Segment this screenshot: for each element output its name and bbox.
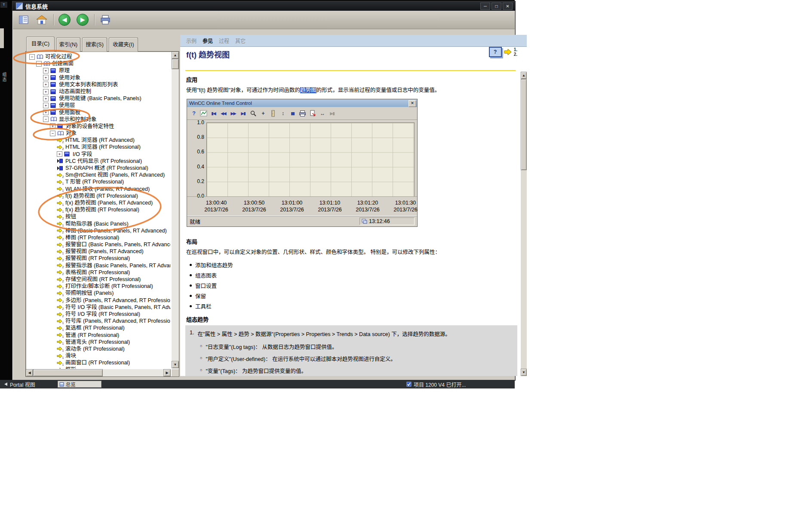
tree-item[interactable]: +原理 bbox=[26, 67, 170, 74]
expander-icon[interactable]: + bbox=[43, 96, 49, 101]
trend-config-icon[interactable] bbox=[199, 109, 209, 118]
tree-item[interactable]: −创建画面 bbox=[26, 60, 170, 67]
tree-item[interactable]: 1框形 bbox=[26, 366, 170, 369]
tree-item[interactable]: 2报警指示器 (Basic Panels, Panels, RT Advance… bbox=[26, 262, 170, 269]
expander-icon[interactable]: − bbox=[43, 116, 49, 122]
contents-button[interactable] bbox=[16, 13, 31, 27]
tree-item[interactable]: 1画面窗口 (RT Professional) bbox=[26, 359, 170, 366]
tree-vscroll-thumb[interactable] bbox=[172, 59, 179, 69]
tree-item[interactable]: 2报警视图 (RT Professional) bbox=[26, 255, 170, 262]
tree-hscrollbar[interactable]: ◀ ▶ bbox=[26, 369, 171, 376]
tree-item[interactable]: 1f(x) 趋势视图 (RT Professional) bbox=[26, 206, 170, 213]
tree-item[interactable]: +使用面板 bbox=[26, 109, 170, 116]
tree-item[interactable]: −显示和控制对象 bbox=[26, 116, 170, 123]
rewind-icon[interactable]: ◀◀ bbox=[218, 109, 228, 118]
tree-item[interactable]: −可视化过程 bbox=[26, 53, 170, 60]
tree-item[interactable]: −对象 bbox=[26, 130, 170, 137]
taskbar-item-overview[interactable]: 总览 bbox=[58, 381, 101, 388]
back-button[interactable]: ◀ bbox=[57, 13, 72, 27]
tree-item[interactable]: 1带照明按钮 (Panels) bbox=[26, 290, 170, 297]
tree-item[interactable]: 1报警窗口 (Basic Panels, Panels, RT Advanced… bbox=[26, 241, 170, 248]
tree-item[interactable]: S7-GRAPH 概述 (RT Professional) bbox=[26, 165, 170, 171]
scroll-up-icon[interactable]: ▲ bbox=[172, 52, 179, 59]
maximize-button[interactable]: □ bbox=[492, 3, 501, 10]
expander-icon[interactable]: + bbox=[43, 89, 49, 95]
tree-item[interactable]: 2符号 I/O 字段 (Basic Panels, Panels, RT Adv… bbox=[26, 304, 170, 311]
expander-icon[interactable]: + bbox=[43, 68, 49, 73]
tree-item[interactable]: 1WLAN 接收 (Panels, RT Advanced) bbox=[26, 186, 170, 193]
expander-icon[interactable]: + bbox=[57, 151, 62, 157]
sidebar-tab-1[interactable]: 目录(C) bbox=[26, 37, 55, 52]
export-icon[interactable] bbox=[307, 109, 317, 118]
tree-item[interactable]: 1滑块 bbox=[26, 352, 170, 359]
tree-item[interactable]: 2HTML 浏览器 (RT Professional) bbox=[26, 144, 170, 150]
tree-item[interactable]: 2f(t) 趋势视图 (RT Professional) bbox=[26, 193, 170, 199]
sidebar-tab-2[interactable]: 索引(N) bbox=[56, 37, 80, 52]
scroll-down-icon[interactable]: ▼ bbox=[172, 361, 179, 368]
print-icon[interactable] bbox=[298, 109, 307, 118]
expander-icon[interactable]: − bbox=[50, 131, 55, 136]
topic-menu-2[interactable]: 参见 bbox=[203, 37, 213, 44]
tree-item[interactable]: 1复选框 (RT Professional) bbox=[26, 324, 170, 331]
tree-item[interactable]: +使用功能键 (Basic Panels, Panels) bbox=[26, 95, 170, 102]
sidebar-tab-3[interactable]: 搜索(S) bbox=[82, 37, 107, 52]
scroll-down-icon[interactable]: ▼ bbox=[521, 369, 527, 376]
title-bar[interactable]: 信息系统 ─□✕ bbox=[12, 1, 515, 11]
expander-icon[interactable]: + bbox=[43, 103, 49, 108]
portal-view-button[interactable]: Portal 视图 bbox=[3, 381, 35, 388]
tree-vscrollbar[interactable]: ▲ ▼ bbox=[172, 52, 179, 368]
tree-item[interactable]: 2表格视图 (RT Professional) bbox=[26, 269, 170, 276]
expander-icon[interactable]: − bbox=[36, 61, 42, 67]
time-range-icon[interactable]: ↔ bbox=[317, 109, 327, 118]
tree-item[interactable]: 1符号库 (Panels, RT Advanced, RT Profession… bbox=[26, 318, 170, 324]
tree-item[interactable]: PLC 代码显示 (RT Professional) bbox=[26, 158, 170, 165]
help-window-icon[interactable]: ? bbox=[489, 47, 502, 57]
tree-item[interactable]: +使用文本列表和图形列表 bbox=[26, 81, 170, 88]
tree-hscroll-thumb[interactable] bbox=[33, 369, 103, 376]
print-button[interactable] bbox=[98, 13, 113, 27]
expander-icon[interactable]: + bbox=[43, 82, 49, 87]
first-record-icon[interactable]: ▮◀ bbox=[209, 109, 218, 118]
pan-icon[interactable]: + bbox=[258, 109, 268, 118]
tree-item[interactable]: 1滚动条 (RT Professional) bbox=[26, 345, 170, 352]
last-record-icon[interactable]: ▶▮ bbox=[238, 109, 248, 118]
forward-button[interactable]: ▶ bbox=[75, 13, 90, 27]
forward-icon[interactable]: ▶▶ bbox=[228, 109, 238, 118]
tree-item[interactable]: 1管道弯头 (RT Professional) bbox=[26, 339, 170, 345]
content-vscrollbar[interactable]: ▲ ▼ bbox=[521, 72, 527, 376]
expander-icon[interactable]: + bbox=[50, 123, 55, 129]
jump-end-icon[interactable]: ▶▮ bbox=[327, 109, 337, 118]
tree-item[interactable]: 2Sm@rtClient 视图 (Panels, RT Advanced) bbox=[26, 171, 170, 178]
zoom-icon[interactable] bbox=[248, 109, 258, 118]
home-button[interactable] bbox=[34, 13, 49, 27]
tree-item[interactable]: +I/O 字段 bbox=[26, 151, 170, 158]
tree-item[interactable]: 1f(x) 趋势视图 (Panels, RT Advanced) bbox=[26, 199, 170, 206]
content-vscroll-thumb[interactable] bbox=[521, 79, 527, 170]
tree-item[interactable]: +动态画面控制 bbox=[26, 88, 170, 95]
close-button[interactable]: ✕ bbox=[503, 3, 513, 10]
tree-item[interactable]: 2按钮 bbox=[26, 213, 170, 220]
tree-item[interactable]: 1帮助指示器 (Basic Panels) bbox=[26, 220, 170, 227]
tree-item[interactable]: +对象的设备特定特性 bbox=[26, 123, 170, 130]
topic-menu-4[interactable]: 其它 bbox=[235, 37, 246, 44]
tree-item[interactable]: 1报警视图 (Panels, RT Advanced) bbox=[26, 248, 170, 255]
sidebar-tab-4[interactable]: 收藏夹(I) bbox=[109, 37, 138, 52]
expander-icon[interactable]: − bbox=[29, 54, 35, 60]
tree-item[interactable]: 2符号 I/O 字段 (RT Professional) bbox=[26, 311, 170, 318]
topic-menu-1[interactable]: 示例 bbox=[186, 37, 197, 44]
tree-item[interactable]: 1打印作业/脚本诊断 (RT Professional) bbox=[26, 283, 170, 290]
pause-icon[interactable]: ▮▮ bbox=[288, 109, 298, 118]
tree-item[interactable]: 2棒图 (Basic Panels, Panels, RT Advanced) bbox=[26, 227, 170, 234]
tree-item[interactable]: 2棒图 (RT Professional) bbox=[26, 234, 170, 241]
expander-icon[interactable]: + bbox=[43, 75, 49, 80]
tree-item[interactable]: 1T 形管 (RT Professional) bbox=[26, 178, 170, 185]
trend-close-icon[interactable]: ✕ bbox=[409, 100, 416, 107]
scroll-up-icon[interactable]: ▲ bbox=[521, 72, 527, 79]
scroll-right-icon[interactable]: ▶ bbox=[163, 369, 171, 376]
tree-item[interactable]: 2存储空间视图 (RT Professional) bbox=[26, 276, 170, 283]
help-icon[interactable]: ? bbox=[189, 109, 199, 118]
tree-item[interactable]: 2HTML 浏览器 (RT Advanced) bbox=[26, 137, 170, 144]
expander-icon[interactable]: + bbox=[43, 110, 49, 115]
scroll-left-icon[interactable]: ◀ bbox=[26, 369, 33, 376]
ruler-icon[interactable] bbox=[268, 109, 278, 118]
